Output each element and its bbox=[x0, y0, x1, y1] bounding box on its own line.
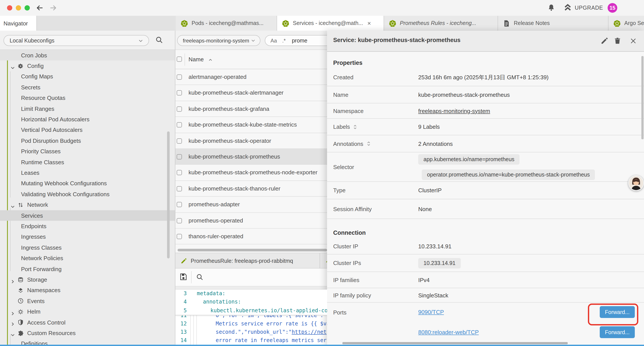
drawer-vertical-scrollbar[interactable] bbox=[641, 56, 644, 139]
close-window-button[interactable] bbox=[7, 5, 12, 10]
tab-pods[interactable]: Pods - icecheng@mathmas... bbox=[176, 16, 277, 31]
port-link[interactable]: 9090/TCP bbox=[418, 309, 444, 315]
sidebar-item-config[interactable]: Config bbox=[0, 61, 175, 71]
kubeconfig-select[interactable]: Local Kubeconfigs bbox=[4, 35, 149, 46]
table-row[interactable]: kube-prometheus-stack-thanos-ruler bbox=[175, 181, 327, 197]
forward-button[interactable]: Forward... bbox=[600, 326, 635, 338]
sidebar-item-namespaces[interactable]: Namespaces bbox=[0, 285, 175, 296]
row-checkbox[interactable] bbox=[177, 90, 182, 96]
editor-tab-prometheusrule[interactable]: PrometheusRule: freeleaps-prod-rabbitmq bbox=[175, 253, 320, 269]
chevron-down-icon[interactable] bbox=[10, 203, 15, 207]
sidebar-item-network[interactable]: Network bbox=[0, 200, 175, 210]
tab-services[interactable]: Services - icecheng@math...× bbox=[277, 16, 384, 31]
close-tab-icon[interactable]: × bbox=[367, 20, 371, 26]
back-arrow-icon[interactable] bbox=[36, 4, 44, 12]
sidebar-item-custom-resources[interactable]: Custom Resources bbox=[0, 328, 175, 339]
port-link[interactable]: 8080:reloader-web/TCP bbox=[418, 329, 479, 336]
assistant-avatar[interactable] bbox=[628, 175, 644, 191]
sidebar-item-network-policies[interactable]: Network Policies bbox=[0, 253, 175, 264]
table-row[interactable]: alertmanager-operated bbox=[175, 69, 327, 85]
sidebar-item-pod-disruption-budgets[interactable]: Pod Disruption Budgets bbox=[0, 135, 175, 146]
row-checkbox[interactable] bbox=[177, 106, 182, 112]
sidebar-item-access-control[interactable]: Access Control bbox=[0, 317, 175, 328]
row-checkbox[interactable] bbox=[177, 234, 182, 239]
sort-toggle-icon[interactable] bbox=[353, 124, 358, 129]
table-row[interactable]: prometheus-adapter bbox=[175, 197, 327, 213]
sidebar-item-priority-classes[interactable]: Priority Classes bbox=[0, 146, 175, 157]
sidebar-item-events[interactable]: Events bbox=[0, 296, 175, 306]
tab-release[interactable]: Release Notes bbox=[498, 16, 608, 31]
sidebar-item-mutating-webhook-configurations[interactable]: Mutating Webhook Configurations bbox=[0, 178, 175, 189]
table-row[interactable]: kube-prometheus-stack-grafana bbox=[175, 101, 327, 117]
tab-argo[interactable]: Argo Se bbox=[608, 16, 644, 31]
upgrade-chevrons-icon[interactable] bbox=[564, 3, 572, 11]
drawer-horizontal-scrollbar[interactable] bbox=[342, 342, 568, 344]
sidebar-item-ingress-classes[interactable]: Ingress Classes bbox=[0, 242, 175, 253]
chevron-down-icon[interactable] bbox=[10, 331, 15, 335]
edit-pencil-icon[interactable] bbox=[600, 37, 608, 45]
chevron-right-icon[interactable] bbox=[10, 278, 15, 282]
forward-arrow-icon[interactable] bbox=[49, 4, 57, 12]
namespace-link[interactable]: freeleaps-monitoring-system bbox=[418, 107, 490, 114]
table-row[interactable]: kube-prometheus-stack-prometheus-node-ex… bbox=[175, 165, 327, 181]
row-checkbox[interactable] bbox=[177, 202, 182, 207]
sidebar-item-limit-ranges[interactable]: Limit Ranges bbox=[0, 103, 175, 114]
table-row[interactable]: prometheus-operated bbox=[175, 213, 327, 229]
minimize-window-button[interactable] bbox=[16, 5, 21, 10]
sidebar-item-config-maps[interactable]: Config Maps bbox=[0, 71, 175, 82]
search-icon[interactable] bbox=[155, 36, 163, 44]
row-checkbox[interactable] bbox=[177, 170, 182, 175]
maximize-window-button[interactable] bbox=[24, 5, 30, 10]
close-icon[interactable] bbox=[630, 37, 637, 45]
sidebar-item-secrets[interactable]: Secrets bbox=[0, 82, 175, 93]
sidebar-item-services[interactable]: Services bbox=[0, 210, 175, 221]
table-row[interactable]: kube-prometheus-stack-kube-state-metrics bbox=[175, 117, 327, 133]
sidebar-item-helm[interactable]: Helm bbox=[0, 306, 175, 317]
sort-toggle-icon[interactable] bbox=[366, 141, 371, 146]
table-row[interactable]: kube-prometheus-stack-alertmanager bbox=[175, 85, 327, 101]
sidebar-item-ingresses[interactable]: Ingresses bbox=[0, 232, 175, 242]
sidebar-item-runtime-classes[interactable]: Runtime Classes bbox=[0, 157, 175, 168]
row-checkbox[interactable] bbox=[177, 138, 182, 143]
yaml-editor[interactable]: 3metadata:4annotations:5kubectl.kubernet… bbox=[175, 290, 327, 346]
notifications-bell-icon[interactable] bbox=[548, 4, 555, 11]
row-checkbox[interactable] bbox=[177, 122, 182, 127]
sort-ascending-icon[interactable] bbox=[208, 58, 212, 62]
sidebar-item-cron-jobs[interactable]: Cron Jobs bbox=[0, 50, 175, 61]
code-link[interactable]: https://net bbox=[292, 329, 326, 335]
sidebar-item-validating-webhook-configurations[interactable]: Validating Webhook Configurations bbox=[0, 189, 175, 200]
save-icon[interactable] bbox=[179, 273, 187, 281]
sidebar-item-vertical-pod-autoscalers[interactable]: Vertical Pod Autoscalers bbox=[0, 125, 175, 136]
regex-toggle[interactable]: .* bbox=[282, 37, 286, 43]
table-row[interactable]: kube-prometheus-stack-prometheus bbox=[175, 149, 327, 165]
row-checkbox[interactable] bbox=[177, 154, 182, 159]
tab-prometheus[interactable]: Prometheus Rules - icecheng... bbox=[384, 16, 498, 31]
sidebar-item-resource-quotas[interactable]: Resource Quotas bbox=[0, 93, 175, 103]
chevron-right-icon[interactable] bbox=[10, 320, 15, 325]
upgrade-label[interactable]: UPGRADE bbox=[575, 5, 603, 11]
namespace-select[interactable]: freeleaps-monitoring-system bbox=[177, 35, 260, 46]
table-row[interactable]: kube-prometheus-stack-operator bbox=[175, 133, 327, 149]
tab-navigator[interactable]: Navigator bbox=[0, 16, 37, 31]
sidebar-scrollbar[interactable] bbox=[167, 131, 170, 258]
sidebar-item-port-forwarding[interactable]: Port Forwarding bbox=[0, 264, 175, 274]
match-case-toggle[interactable]: Aa bbox=[270, 37, 277, 43]
delete-trash-icon[interactable] bbox=[614, 37, 621, 45]
sidebar-item-endpoints[interactable]: Endpoints bbox=[0, 221, 175, 232]
select-all-checkbox[interactable] bbox=[177, 56, 182, 62]
chevron-right-icon[interactable] bbox=[10, 310, 15, 314]
table-row[interactable]: thanos-ruler-operated bbox=[175, 229, 327, 245]
name-column-header[interactable]: Name bbox=[188, 56, 204, 63]
notification-count-badge[interactable]: 15 bbox=[608, 3, 617, 13]
filter-search-input[interactable]: Aa .* prome bbox=[265, 35, 327, 46]
table-horizontal-scrollbar[interactable] bbox=[178, 249, 327, 251]
row-checkbox[interactable] bbox=[177, 74, 182, 80]
chevron-down-icon[interactable] bbox=[10, 64, 15, 68]
row-checkbox[interactable] bbox=[177, 218, 182, 223]
row-checkbox[interactable] bbox=[177, 186, 182, 191]
editor-tab-next-partial[interactable] bbox=[320, 253, 327, 269]
sidebar-item-storage[interactable]: Storage bbox=[0, 274, 175, 285]
sidebar-item-horizontal-pod-autoscalers[interactable]: Horizontal Pod Autoscalers bbox=[0, 114, 175, 125]
editor-search-icon[interactable] bbox=[196, 273, 204, 281]
sidebar-item-leases[interactable]: Leases bbox=[0, 168, 175, 178]
